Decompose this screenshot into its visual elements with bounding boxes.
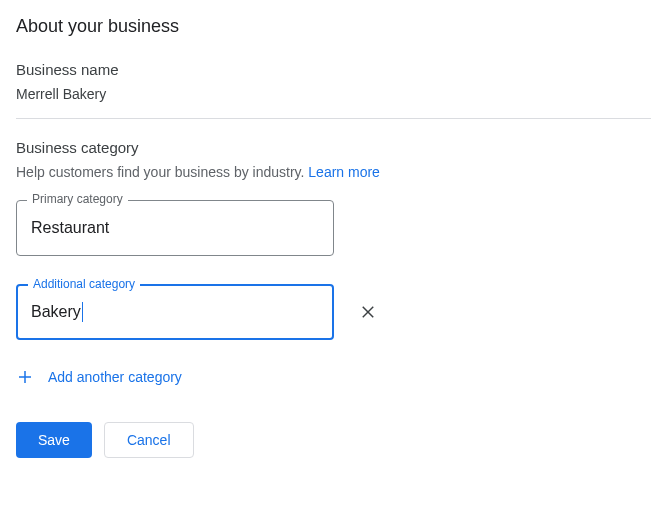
business-name-label: Business name	[16, 61, 651, 78]
close-icon	[359, 303, 377, 321]
add-another-category-button[interactable]: Add another category	[16, 368, 182, 386]
additional-category-field-label: Additional category	[28, 277, 140, 291]
page-title: About your business	[16, 16, 651, 37]
business-name-value[interactable]: Merrell Bakery	[16, 86, 651, 118]
primary-category-field-label: Primary category	[27, 192, 128, 206]
help-text-content: Help customers find your business by ind…	[16, 164, 308, 180]
primary-category-field[interactable]: Primary category	[16, 200, 334, 256]
learn-more-link[interactable]: Learn more	[308, 164, 380, 180]
business-category-label: Business category	[16, 139, 651, 156]
save-button[interactable]: Save	[16, 422, 92, 458]
divider	[16, 118, 651, 119]
plus-icon	[16, 368, 34, 386]
business-category-help: Help customers find your business by ind…	[16, 164, 651, 180]
additional-category-field[interactable]: Additional category Bakery	[16, 284, 334, 340]
add-another-label: Add another category	[48, 369, 182, 385]
remove-category-button[interactable]	[358, 302, 378, 322]
button-row: Save Cancel	[16, 422, 651, 458]
additional-category-input[interactable]: Bakery	[31, 302, 83, 322]
cancel-button[interactable]: Cancel	[104, 422, 194, 458]
primary-category-input[interactable]	[31, 219, 319, 237]
